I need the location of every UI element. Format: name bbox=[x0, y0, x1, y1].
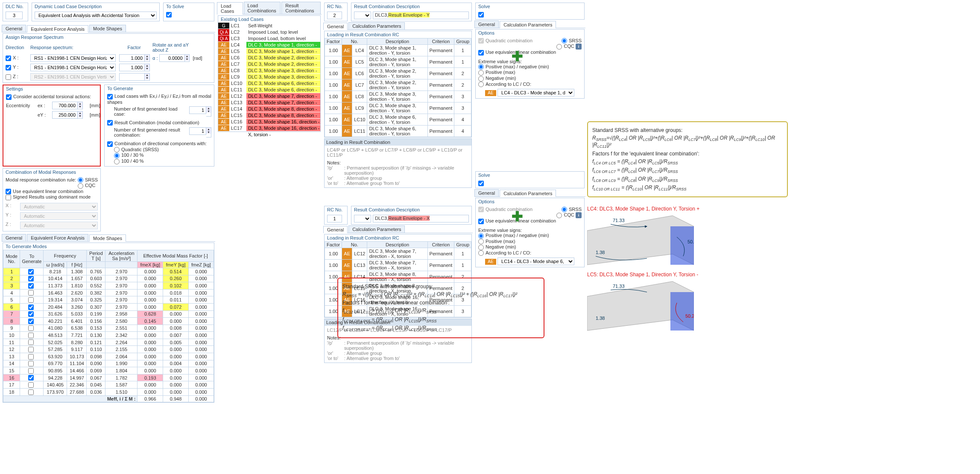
factor-x-input[interactable] bbox=[119, 54, 145, 62]
comb-dir-check[interactable] bbox=[107, 141, 113, 147]
up-icon[interactable]: ▲ bbox=[145, 55, 149, 58]
opt2-tab-gen[interactable]: General bbox=[474, 20, 499, 28]
load-case-row[interactable]: AE LC8 DLC 3, Mode shape 3, direction - … bbox=[218, 67, 320, 74]
down-icon[interactable]: ▼ bbox=[145, 58, 149, 61]
tab-general[interactable]: General bbox=[2, 25, 26, 32]
rc1-tab-calc[interactable]: Calculation Parameters bbox=[348, 225, 405, 233]
solve2-check[interactable] bbox=[478, 12, 484, 18]
ev2-pmax[interactable] bbox=[478, 70, 484, 76]
solve1-check[interactable] bbox=[478, 181, 484, 186]
tab-efa-2[interactable]: Equivalent Force Analysis bbox=[27, 234, 88, 241]
load-case-row[interactable]: AE LC10 DLC 3, Mode shape 6, direction -… bbox=[218, 80, 320, 87]
mode-gen-check[interactable] bbox=[28, 311, 34, 317]
opt1-tab-calc[interactable]: Calculation Parameters bbox=[500, 190, 556, 197]
alpha-input[interactable] bbox=[159, 54, 185, 62]
num-rc-input[interactable] bbox=[189, 127, 206, 135]
z-auto-select[interactable]: Automatic bbox=[20, 222, 98, 229]
load-case-row[interactable]: AE LC14 DLC 3, Mode shape 8, direction -… bbox=[218, 106, 320, 112]
dlc-desc-select[interactable]: Equivalent Load Analysis with Accidental… bbox=[35, 12, 157, 19]
load-case-row[interactable]: AE LC13 DLC 3, Mode shape 7, direction -… bbox=[218, 99, 320, 106]
load-case-row[interactable]: AE LC4 DLC 3, Mode shape 1, direction - … bbox=[218, 42, 320, 48]
dlc-no-input[interactable] bbox=[6, 12, 23, 19]
mode-gen-check[interactable] bbox=[28, 290, 34, 296]
quad-comb-check[interactable] bbox=[478, 38, 484, 44]
rc2-tab-general[interactable]: General bbox=[323, 23, 348, 30]
load-case-row[interactable]: AE LC7 DLC 3, Mode shape 2, direction - … bbox=[218, 61, 320, 67]
rc1-type-select[interactable] bbox=[354, 215, 371, 222]
tab-efa[interactable]: Equivalent Force Analysis bbox=[27, 25, 88, 32]
dir-z-check[interactable] bbox=[6, 74, 11, 80]
mode-gen-check[interactable] bbox=[28, 304, 34, 310]
info-icon-1[interactable]: i bbox=[576, 212, 582, 218]
cqc-radio[interactable] bbox=[78, 183, 83, 189]
load-case-row[interactable]: AE LC16 DLC 3, Mode shape 16, direction … bbox=[218, 119, 320, 125]
info-icon[interactable]: i bbox=[576, 44, 582, 50]
load-case-row[interactable]: Qi A LC3 Imposed Load, bottom level bbox=[218, 35, 320, 42]
ev1-pmax[interactable] bbox=[478, 239, 484, 244]
dir-y-check[interactable] bbox=[6, 65, 11, 70]
rc2-tab-calc[interactable]: Calculation Parameters bbox=[348, 22, 405, 29]
mode-gen-check[interactable] bbox=[28, 297, 34, 303]
tab-mode-shapes[interactable]: Mode Shapes bbox=[89, 25, 126, 32]
ev1-pmn[interactable] bbox=[478, 233, 484, 239]
tab-load-comb[interactable]: Load Combinations bbox=[244, 2, 281, 14]
rc1-no-input[interactable] bbox=[327, 215, 342, 222]
num-lc-input[interactable] bbox=[189, 106, 206, 114]
rc2-no-input[interactable] bbox=[327, 12, 342, 19]
r1-radio[interactable] bbox=[114, 153, 120, 158]
rc2-desc-input[interactable]: DLC3,Result Envelope - Y bbox=[373, 12, 469, 19]
load-case-row[interactable]: AE LC5 DLC 3, Mode shape 1, direction - … bbox=[218, 48, 320, 55]
tab-load-cases[interactable]: Load Cases bbox=[217, 2, 243, 15]
to-solve-checkbox[interactable] bbox=[166, 12, 172, 18]
ex-input[interactable] bbox=[52, 102, 78, 109]
lcco-select-y[interactable]: LC4 - DLC3 - Mode shape 1, direction - Y bbox=[497, 89, 574, 97]
y-auto-select[interactable]: Automatic bbox=[20, 212, 98, 220]
spectrum-x-select[interactable]: RS1 - EN1998-1 CEN Design Horizontal bbox=[30, 54, 116, 62]
load-case-row[interactable]: AE LC9 DLC 3, Mode shape 3, direction - … bbox=[218, 74, 320, 80]
load-case-row[interactable]: AE LC6 DLC 3, Mode shape 2, direction - … bbox=[218, 55, 320, 61]
spectrum-y-select[interactable]: RS1 - EN1998-1 CEN Design Horizontal bbox=[30, 64, 116, 71]
mode-gen-check[interactable] bbox=[28, 354, 34, 360]
opt1-tab-gen[interactable]: General bbox=[474, 189, 499, 196]
tab-general-2[interactable]: General bbox=[2, 234, 26, 241]
srss-radio[interactable] bbox=[78, 177, 83, 183]
elc-check[interactable] bbox=[6, 189, 11, 194]
ev1-nmin[interactable] bbox=[478, 245, 484, 250]
rc2-type-select[interactable] bbox=[354, 12, 371, 19]
torsion-check[interactable] bbox=[6, 94, 12, 100]
gen-lc-check[interactable] bbox=[107, 94, 113, 99]
mode-gen-check[interactable] bbox=[28, 325, 34, 331]
mode-gen-check[interactable] bbox=[28, 269, 34, 275]
x-auto-select[interactable]: Automatic bbox=[20, 203, 98, 211]
rc1-tab-general[interactable]: General bbox=[323, 226, 348, 233]
signed-check[interactable] bbox=[6, 195, 11, 200]
mode-gen-check[interactable] bbox=[28, 276, 34, 281]
ev2-pmn[interactable] bbox=[478, 64, 484, 70]
mode-gen-check[interactable] bbox=[28, 375, 34, 380]
load-case-row[interactable]: AE LC11 DLC 3, Mode shape 6, direction -… bbox=[218, 87, 320, 93]
ev2-acc[interactable] bbox=[478, 82, 484, 87]
gen-rc-check[interactable] bbox=[107, 120, 113, 126]
ev2-nmin[interactable] bbox=[478, 76, 484, 82]
mode-gen-check[interactable] bbox=[28, 319, 34, 324]
mode-gen-check[interactable] bbox=[28, 368, 34, 374]
load-case-row[interactable]: AE LC15 DLC 3, Mode shape 8, direction -… bbox=[218, 112, 320, 119]
quad-radio[interactable] bbox=[114, 147, 120, 152]
mode-gen-check[interactable] bbox=[28, 382, 34, 388]
srss2-radio[interactable] bbox=[562, 38, 567, 44]
load-case-row[interactable]: Qi A LC2 Imposed Load, top level bbox=[218, 29, 320, 35]
load-case-row[interactable]: AE LC12 DLC 3, Mode shape 7, direction -… bbox=[218, 93, 320, 99]
mode-gen-check[interactable] bbox=[28, 389, 34, 395]
dir-x-check[interactable] bbox=[6, 56, 11, 61]
mode-gen-check[interactable] bbox=[28, 361, 34, 366]
r2-radio[interactable] bbox=[114, 159, 120, 164]
mode-gen-check[interactable] bbox=[28, 339, 34, 345]
load-case-row[interactable]: AE LC17 DLC 3, Mode shape 16, direction … bbox=[218, 125, 320, 132]
tab-result-comb[interactable]: Result Combinations bbox=[281, 2, 321, 14]
mode-gen-check[interactable] bbox=[28, 347, 34, 352]
mode-gen-check[interactable] bbox=[28, 333, 34, 338]
factor-z-input[interactable] bbox=[119, 73, 145, 81]
ev1-acc[interactable] bbox=[478, 250, 484, 256]
ey-input[interactable] bbox=[52, 111, 78, 119]
factor-y-input[interactable] bbox=[119, 64, 145, 71]
